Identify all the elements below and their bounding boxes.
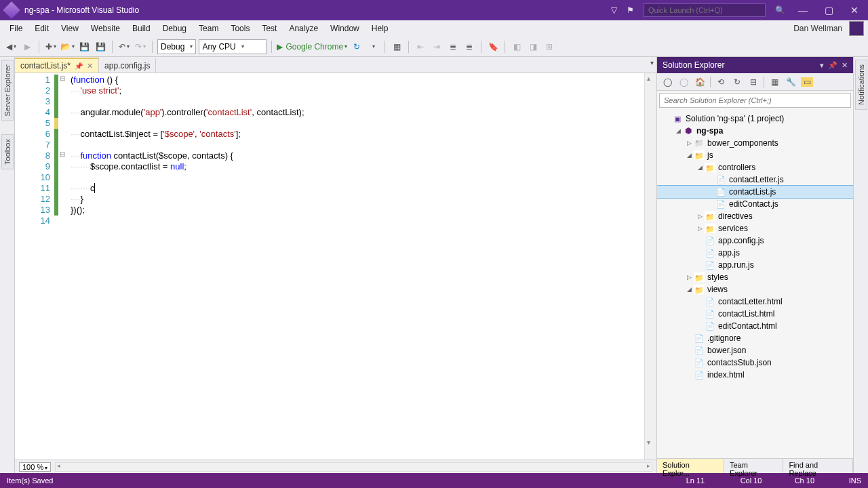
- styles-folder[interactable]: ▷styles: [657, 271, 853, 283]
- tool-icon-2[interactable]: ⇤: [414, 39, 427, 54]
- solution-node[interactable]: Solution 'ng-spa' (1 project): [657, 113, 853, 125]
- tool-icon-7[interactable]: ◨: [526, 39, 540, 54]
- js-folder[interactable]: ◢js: [657, 149, 853, 161]
- user-name[interactable]: Dan Wellman: [793, 24, 848, 33]
- tool-icon-8[interactable]: ⊞: [542, 39, 556, 54]
- undo-button[interactable]: ↶: [117, 39, 131, 54]
- bookmark-icon[interactable]: 🔖: [486, 39, 500, 54]
- file-contactlist-js[interactable]: contactList.js: [657, 186, 853, 198]
- back-button[interactable]: ◀: [4, 39, 18, 54]
- save-button[interactable]: 💾: [77, 39, 91, 54]
- se-properties-icon[interactable]: 🔧: [785, 77, 797, 87]
- views-folder[interactable]: ◢views: [657, 283, 853, 296]
- controllers-folder[interactable]: ◢controllers: [657, 161, 853, 174]
- pin-icon[interactable]: 📌: [75, 62, 83, 70]
- menu-view[interactable]: View: [56, 22, 84, 35]
- menu-website[interactable]: Website: [85, 22, 125, 35]
- solution-search-input[interactable]: [659, 93, 851, 108]
- code-editor[interactable]: 1234567891011121314 ⊟⊟ (function () {···…: [15, 73, 656, 460]
- platform-combo[interactable]: Any CPU: [199, 39, 267, 54]
- se-back-icon[interactable]: ◯: [661, 77, 673, 87]
- open-file-button[interactable]: 📂: [60, 39, 75, 54]
- pane-close-icon[interactable]: ✕: [842, 61, 848, 70]
- tool-icon-5[interactable]: ≣: [462, 39, 476, 54]
- se-preview-icon[interactable]: ▭: [801, 77, 813, 87]
- file-contactlist-html[interactable]: contactList.html: [657, 308, 853, 320]
- browser-link-drop[interactable]: [366, 39, 380, 54]
- filter-icon[interactable]: ▽: [611, 5, 617, 15]
- new-item-button[interactable]: ✚: [44, 39, 58, 54]
- menu-test[interactable]: Test: [256, 22, 282, 35]
- maximize-button[interactable]: ▢: [821, 5, 837, 16]
- menu-window[interactable]: Window: [325, 22, 365, 35]
- pane-pin-icon[interactable]: 📌: [828, 61, 837, 70]
- bottom-tab-find[interactable]: Find and Replace: [783, 459, 853, 473]
- se-showall-icon[interactable]: ▦: [768, 77, 781, 87]
- tool-icon-4[interactable]: ≣: [446, 39, 460, 54]
- bottom-tab-team[interactable]: Team Explorer: [724, 459, 783, 473]
- toolbox-tab[interactable]: Toolbox: [1, 134, 14, 169]
- notifications-tab[interactable]: Notifications: [855, 60, 867, 110]
- menu-file[interactable]: File: [4, 22, 28, 35]
- menu-tools[interactable]: Tools: [225, 22, 255, 35]
- solution-tree[interactable]: Solution 'ng-spa' (1 project) ◢ng-spa ▷b…: [657, 110, 853, 458]
- vertical-scrollbar[interactable]: [644, 73, 656, 460]
- file-appconfig[interactable]: app.config.js: [657, 235, 853, 247]
- tab-appconfig-js[interactable]: app.config.js: [99, 58, 156, 73]
- se-refresh-icon[interactable]: ↻: [731, 77, 743, 87]
- browser-link-button[interactable]: ↻: [350, 39, 363, 54]
- solution-explorer-title: Solution Explorer ▾ 📌 ✕: [657, 57, 853, 73]
- menu-debug[interactable]: Debug: [157, 22, 192, 35]
- project-node[interactable]: ◢ng-spa: [657, 125, 853, 137]
- user-avatar[interactable]: [849, 21, 864, 36]
- tool-icon-6[interactable]: ◧: [510, 39, 524, 54]
- directives-folder[interactable]: ▷directives: [657, 210, 853, 222]
- menu-edit[interactable]: Edit: [29, 22, 54, 35]
- minimize-button[interactable]: —: [795, 5, 811, 16]
- bottom-tab-solution[interactable]: Solution Explor...: [657, 459, 724, 473]
- se-forward-icon[interactable]: ◯: [677, 77, 690, 87]
- tool-icon-3[interactable]: ⇥: [430, 39, 443, 54]
- menu-build[interactable]: Build: [127, 22, 156, 35]
- file-contactletter-js[interactable]: contactLetter.js: [657, 174, 853, 186]
- close-tab-icon[interactable]: ✕: [87, 62, 93, 70]
- se-sync-icon[interactable]: ⟲: [715, 77, 727, 87]
- tool-icon-1[interactable]: ▦: [390, 39, 403, 54]
- tab-contactlist-js[interactable]: contactList.js* 📌 ✕: [15, 58, 99, 73]
- bower-folder[interactable]: ▷bower_components: [657, 137, 853, 149]
- status-line: Ln 11: [686, 476, 727, 485]
- zoom-combo[interactable]: 100 %: [19, 462, 51, 472]
- server-explorer-tab[interactable]: Server Explorer: [1, 60, 14, 121]
- flag-icon[interactable]: ⚑: [627, 5, 634, 15]
- quick-launch-input[interactable]: [644, 3, 766, 17]
- save-all-button[interactable]: 💾: [94, 39, 107, 54]
- file-contactletter-html[interactable]: contactLetter.html: [657, 296, 853, 308]
- file-contactsstub[interactable]: contactsStub.json: [657, 357, 853, 369]
- menu-analyze[interactable]: Analyze: [283, 22, 323, 35]
- pane-dropdown-icon[interactable]: ▾: [820, 61, 824, 70]
- se-home-icon[interactable]: 🏠: [694, 77, 706, 87]
- forward-button[interactable]: ▶: [20, 39, 34, 54]
- file-gitignore[interactable]: .gitignore: [657, 332, 853, 344]
- start-debug-button[interactable]: Google Chrome: [277, 39, 347, 54]
- redo-button[interactable]: ↷: [134, 39, 147, 54]
- file-bowerjson[interactable]: bower.json: [657, 344, 853, 357]
- tab-overflow-icon[interactable]: ▾: [650, 59, 654, 66]
- se-collapse-icon[interactable]: ⊟: [747, 77, 760, 87]
- horizontal-scrollbar[interactable]: [55, 462, 652, 472]
- close-button[interactable]: ✕: [846, 5, 863, 16]
- pane-title-label: Solution Explorer: [663, 60, 724, 70]
- file-appjs[interactable]: app.js: [657, 247, 853, 259]
- code-content[interactable]: (function () {····'use strict'; ····angu…: [66, 73, 644, 460]
- menu-help[interactable]: Help: [366, 22, 394, 35]
- file-editcontact-js[interactable]: editContact.js: [657, 198, 853, 210]
- services-folder[interactable]: ▷services: [657, 222, 853, 235]
- file-index[interactable]: index.html: [657, 369, 853, 381]
- config-combo[interactable]: Debug: [157, 39, 196, 54]
- editor-area: contactList.js* 📌 ✕ app.config.js ▾ 1234…: [15, 57, 656, 473]
- fold-margin[interactable]: ⊟⊟: [58, 73, 66, 460]
- file-apprun[interactable]: app.run.js: [657, 259, 853, 271]
- quick-launch-search-icon[interactable]: 🔍: [775, 5, 785, 15]
- file-editcontact-html[interactable]: editContact.html: [657, 320, 853, 332]
- menu-team[interactable]: Team: [193, 22, 224, 35]
